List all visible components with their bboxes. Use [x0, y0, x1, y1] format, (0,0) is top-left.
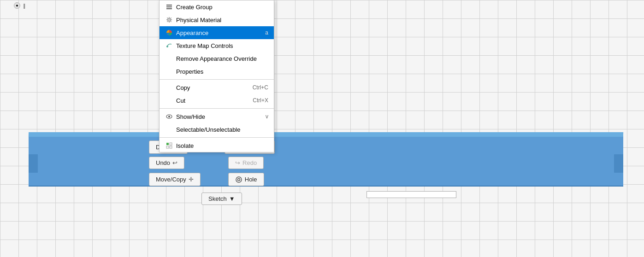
menu-label-cut: Cut	[176, 97, 185, 104]
eye-icon	[165, 112, 173, 121]
svg-rect-18	[170, 143, 172, 145]
svg-point-24	[237, 178, 240, 181]
menu-item-physical-material[interactable]: Physical Material	[160, 13, 274, 26]
context-menu: Create Group Physical Material	[159, 0, 274, 152]
menu-label-properties: Properties	[176, 68, 203, 75]
menu-item-show-hide[interactable]: Show/Hide v	[160, 110, 274, 123]
hole-button[interactable]: Hole	[228, 173, 264, 186]
menu-label-appearance: Appearance	[176, 29, 208, 36]
appearance-shortcut: a	[265, 29, 268, 36]
move-icon: ✛	[189, 176, 194, 183]
svg-line-10	[171, 21, 171, 22]
undo-button[interactable]: Undo ↩	[149, 157, 184, 169]
selectable-spacer-icon	[165, 125, 173, 134]
svg-line-12	[167, 21, 168, 22]
menu-item-isolate[interactable]: Isolate	[160, 139, 274, 152]
menu-label-selectable: Selectable/Unselectable	[176, 126, 240, 133]
svg-point-14	[166, 46, 168, 47]
left-notch	[29, 154, 38, 173]
menu-label-physical-material: Physical Material	[176, 17, 221, 23]
svg-rect-1	[166, 6, 172, 7]
copy-shortcut: Ctrl+C	[253, 84, 268, 91]
svg-point-4	[169, 19, 170, 20]
svg-line-9	[167, 18, 168, 18]
sketch-label: Sketch	[208, 195, 227, 202]
title-area: ● ‖	[14, 2, 26, 9]
3d-blue-bar	[29, 136, 623, 187]
menu-label-isolate: Isolate	[176, 142, 194, 149]
svg-rect-0	[166, 5, 172, 6]
svg-rect-19	[166, 146, 169, 148]
menu-label-show-hide: Show/Hide	[176, 113, 205, 120]
menu-label-remove-appearance: Remove Appearance Override	[176, 55, 257, 62]
svg-rect-20	[170, 146, 172, 148]
menu-item-copy[interactable]: Copy Ctrl+C	[160, 81, 274, 94]
redo-button[interactable]: ↪ Redo	[228, 157, 264, 169]
pause-icon: ‖	[23, 3, 26, 9]
separator-2	[160, 108, 274, 109]
svg-point-16	[168, 116, 170, 117]
properties-spacer-icon	[165, 67, 173, 76]
bars-icon	[165, 3, 173, 11]
separator-1	[160, 79, 274, 80]
hole-icon	[235, 175, 242, 183]
redo-icon: ↪	[235, 159, 240, 166]
spacer-icon	[165, 54, 173, 63]
svg-rect-2	[166, 8, 172, 9]
texture-icon	[165, 41, 173, 50]
menu-item-create-group[interactable]: Create Group	[160, 0, 274, 13]
action-row-3: Move/Copy ✛ Hole	[149, 173, 264, 186]
cut-spacer-icon	[165, 96, 173, 105]
separator-3	[160, 137, 274, 138]
menu-label-copy: Copy	[176, 84, 190, 91]
sketch-dropdown-button[interactable]: Sketch ▼	[201, 193, 242, 205]
white-gap	[366, 191, 456, 198]
cut-shortcut: Ctrl+X	[253, 97, 268, 104]
action-row-2: Undo ↩ ↪ Redo	[149, 157, 264, 169]
undo-label: Undo	[156, 159, 170, 166]
undo-icon: ↩	[172, 159, 177, 166]
move-copy-button[interactable]: Move/Copy ✛	[149, 173, 201, 186]
copy-spacer-icon	[165, 83, 173, 92]
menu-item-texture-map[interactable]: Texture Map Controls	[160, 39, 274, 52]
svg-rect-17	[166, 143, 169, 145]
menu-item-appearance[interactable]: Appearance a	[160, 26, 274, 39]
svg-line-11	[171, 18, 171, 18]
menu-item-remove-appearance[interactable]: Remove Appearance Override	[160, 52, 274, 65]
svg-point-23	[236, 177, 242, 182]
menu-item-properties[interactable]: Properties	[160, 65, 274, 78]
canvas-area	[0, 0, 644, 257]
color-ball-icon	[165, 29, 173, 37]
menu-label-create-group: Create Group	[176, 4, 213, 11]
menu-label-texture-map: Texture Map Controls	[176, 42, 233, 49]
move-copy-label: Move/Copy	[156, 176, 186, 183]
isolate-icon	[165, 141, 173, 150]
menu-item-cut[interactable]: Cut Ctrl+X	[160, 94, 274, 107]
right-notch	[614, 154, 623, 173]
close-button[interactable]: ●	[14, 2, 20, 9]
sketch-dropdown-icon: ▼	[229, 195, 235, 202]
hole-label: Hole	[245, 176, 257, 183]
show-hide-shortcut: v	[266, 113, 268, 120]
menu-item-selectable[interactable]: Selectable/Unselectable	[160, 123, 274, 136]
gear-icon	[165, 16, 173, 24]
sketch-dropdown-area: Sketch ▼	[201, 193, 242, 205]
redo-label: Redo	[242, 159, 257, 166]
